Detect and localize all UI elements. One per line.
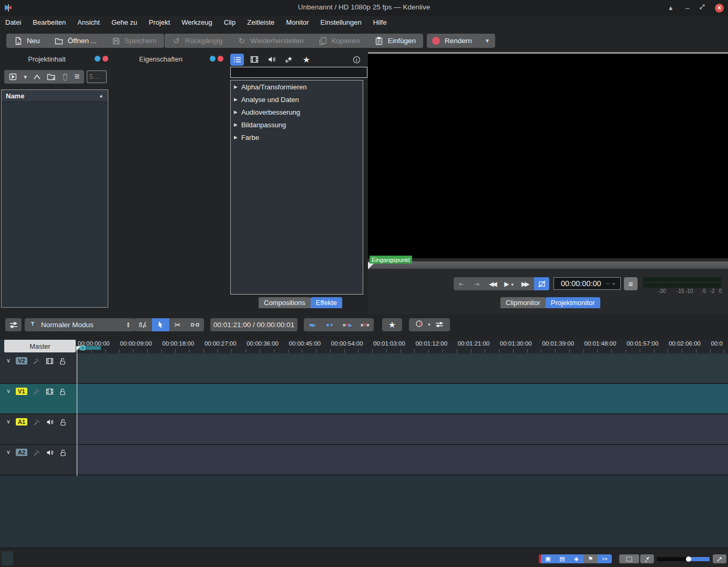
film-icon[interactable]: [46, 357, 54, 365]
minimize-button[interactable]: –: [683, 4, 692, 12]
effect-category[interactable]: ▶Analyse und Daten: [231, 93, 363, 106]
open-button[interactable]: Öffnen ...: [47, 34, 104, 48]
track-header-a2[interactable]: ∨A2: [0, 445, 76, 475]
expand-icon[interactable]: ▶: [234, 109, 238, 115]
edit-mode-select[interactable]: Normaler Modus ▲▼: [25, 318, 135, 331]
custom-effects-icon[interactable]: [282, 54, 296, 66]
info-icon[interactable]: [350, 54, 363, 65]
track-header-v2[interactable]: ∨V2: [0, 353, 76, 384]
effect-category[interactable]: ▶Bildanpassung: [231, 118, 363, 131]
audio-effects-icon[interactable]: [265, 54, 279, 66]
paste-button[interactable]: Einfügen: [367, 34, 423, 48]
track-effects-icon[interactable]: [33, 418, 40, 426]
lock-icon[interactable]: [59, 357, 67, 365]
track-target-badge[interactable]: V1: [16, 388, 27, 395]
track-lane-v1[interactable]: [76, 384, 728, 414]
markers-toggle-icon[interactable]: ◈: [569, 554, 583, 563]
lock-icon[interactable]: [59, 449, 67, 457]
menu-datei[interactable]: Datei: [5, 17, 27, 27]
chevron-down-icon[interactable]: ▼: [23, 74, 28, 80]
menu-bearbeiten[interactable]: Bearbeiten: [27, 17, 71, 27]
chevron-down-icon[interactable]: ∨: [6, 418, 11, 425]
track-target-badge[interactable]: A2: [16, 449, 27, 456]
float-dock-icon[interactable]: [95, 56, 100, 62]
chevron-down-icon[interactable]: ∨: [6, 388, 11, 394]
track-lane-a1[interactable]: [76, 414, 728, 445]
close-button[interactable]: ×: [715, 4, 724, 13]
speaker-icon[interactable]: [46, 449, 54, 457]
lock-icon[interactable]: [59, 418, 67, 426]
tab-projektmonitor[interactable]: Projektmonitor: [546, 297, 600, 308]
effect-category[interactable]: ▶Farbe: [231, 131, 363, 144]
effect-category[interactable]: ▶Audioverbesserung: [231, 106, 363, 118]
track-target-badge[interactable]: A1: [16, 418, 27, 426]
set-in-point-icon[interactable]: ⇤: [454, 280, 469, 288]
film-icon[interactable]: [46, 388, 54, 396]
menu-clip[interactable]: Clip: [218, 17, 241, 27]
monitor-seek-bar[interactable]: [368, 261, 728, 269]
chevron-down-icon[interactable]: ∨: [6, 357, 11, 364]
menu-projekt[interactable]: Projekt: [143, 17, 176, 27]
track-header-a1[interactable]: ∨A1: [0, 414, 76, 445]
effect-category[interactable]: ▶Alpha/Transformieren: [231, 80, 363, 93]
expand-icon[interactable]: ▶: [234, 97, 238, 102]
video-effects-icon[interactable]: [248, 54, 261, 66]
menu-einstellungen[interactable]: Einstellungen: [315, 17, 367, 27]
fast-forward-icon[interactable]: ▶▶: [517, 280, 534, 288]
menu-gehe-zu[interactable]: Gehe zu: [106, 17, 143, 27]
zoom-out-icon[interactable]: [640, 554, 654, 563]
mix-tool-icon[interactable]: [135, 318, 152, 331]
monitor-splitter[interactable]: [368, 52, 728, 54]
spacer-tool-icon[interactable]: [187, 318, 204, 331]
effects-search-input[interactable]: [230, 67, 367, 78]
expand-icon[interactable]: ▶: [234, 122, 238, 127]
keep-above-button[interactable]: ▲: [666, 4, 675, 12]
timeline-ruler[interactable]: 00:00:00:0000:00:09:0000:00:18:0000:00:2…: [76, 339, 728, 353]
snap-toggle-icon[interactable]: ↦: [598, 554, 612, 563]
track-header-v1[interactable]: ∨V1: [0, 384, 76, 414]
menu-monitor[interactable]: Monitor: [280, 17, 314, 27]
menu-zeitleiste[interactable]: Zeitleiste: [241, 17, 280, 27]
adjust-icon[interactable]: [435, 320, 444, 330]
track-effects-icon[interactable]: [33, 357, 40, 365]
redo-button[interactable]: ↻ Wiederherstellen: [230, 34, 311, 48]
zoom-in-icon[interactable]: [713, 554, 726, 563]
insert-zone-icon[interactable]: ■▶: [304, 322, 321, 328]
delete-icon[interactable]: [60, 72, 70, 82]
all-effects-icon[interactable]: [230, 54, 244, 66]
menu-hilfe[interactable]: Hilfe: [367, 17, 393, 27]
record-icon[interactable]: [415, 320, 423, 330]
close-dock-icon[interactable]: [102, 56, 108, 62]
zoom-slider[interactable]: [657, 557, 710, 561]
audio-thumbnails-toggle-icon[interactable]: ▤: [555, 554, 569, 563]
tab-effekte[interactable]: Effekte: [311, 297, 342, 308]
playhead-line[interactable]: [77, 346, 77, 476]
new-button[interactable]: Neu: [6, 34, 47, 48]
undo-button[interactable]: ↺ Rückgängig: [165, 34, 230, 48]
add-clip-icon[interactable]: [9, 72, 18, 82]
master-button[interactable]: Master: [4, 340, 76, 352]
tab-compositions[interactable]: Compositions: [259, 297, 311, 308]
save-button[interactable]: Speichern: [104, 34, 164, 48]
title-bar[interactable]: Unbenannt / HD 1080p 25 fps — Kdenlive ▲…: [0, 0, 728, 16]
play-icon[interactable]: ▶ ▼: [501, 280, 517, 288]
menu-ansicht[interactable]: Ansicht: [71, 17, 106, 27]
lock-icon[interactable]: [59, 388, 67, 396]
track-lane-area[interactable]: [76, 353, 728, 477]
track-effects-icon[interactable]: [33, 388, 40, 396]
selection-tool-icon[interactable]: [152, 318, 169, 331]
bin-menu-icon[interactable]: ≡: [74, 72, 79, 82]
track-lane-a2[interactable]: [76, 445, 728, 475]
timecode-spinner[interactable]: − +: [606, 280, 616, 288]
close-dock-icon[interactable]: [218, 56, 223, 62]
expand-icon[interactable]: ▶: [234, 135, 238, 140]
overwrite-zone-icon[interactable]: ■▼: [321, 322, 339, 328]
expand-icon[interactable]: ▶: [234, 84, 238, 89]
chevron-down-icon[interactable]: ▼: [427, 322, 432, 327]
project-monitor-video[interactable]: [368, 54, 728, 258]
tab-clipmonitor[interactable]: Clipmonitor: [500, 297, 546, 308]
monitor-menu-icon[interactable]: ≡: [624, 277, 638, 290]
render-button[interactable]: Rendern ▼: [427, 34, 495, 48]
fit-zoom-icon[interactable]: [619, 554, 639, 563]
parent-folder-icon[interactable]: [33, 72, 42, 82]
